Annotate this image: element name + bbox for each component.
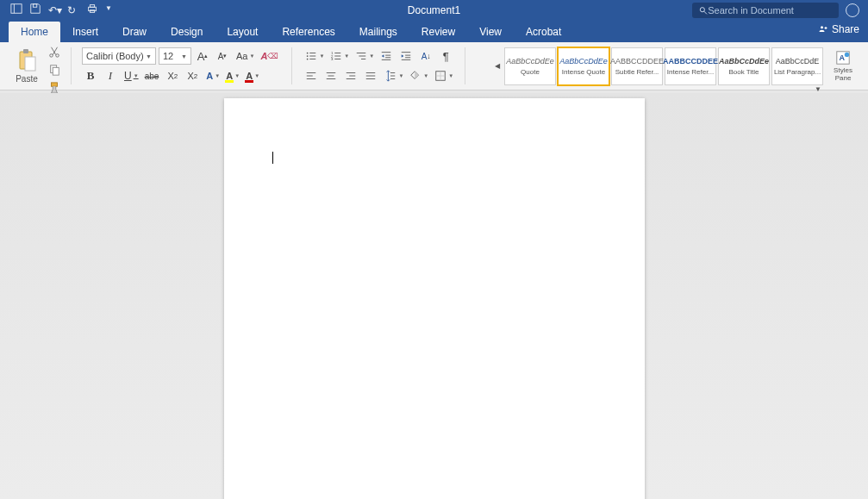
multilevel-list-button[interactable]: ▼ [353, 47, 375, 65]
align-center-button[interactable] [322, 67, 340, 84]
font-color-button[interactable]: A▼ [243, 67, 260, 84]
clipboard-group: Paste [5, 46, 64, 86]
font-group: Calibri (Body)▼ 12▼ A▴ A▾ Aa▼ A⌫ B I U▼ … [78, 46, 284, 86]
svg-point-19 [307, 53, 309, 54]
tab-references[interactable]: References [270, 22, 347, 42]
title-bar: ↶▾ ↻ ▼ Document1 [0, 0, 868, 21]
search-box[interactable] [692, 3, 839, 18]
ribbon: Paste Calibri (Body)▼ 12▼ A▴ A▾ Aa▼ A⌫ B… [0, 42, 868, 90]
text-effects-button[interactable]: A▼ [203, 67, 221, 84]
cut-button[interactable] [48, 46, 60, 59]
print-icon[interactable] [86, 3, 98, 18]
share-icon [818, 24, 828, 34]
svg-point-21 [307, 55, 309, 57]
svg-rect-12 [23, 49, 28, 53]
styles-pane-button[interactable]: A Styles Pane [825, 50, 861, 83]
feedback-icon[interactable] [846, 3, 859, 17]
ribbon-tabs: Home Insert Draw Design Layout Reference… [0, 21, 868, 42]
save-icon[interactable] [29, 3, 41, 18]
text-cursor [272, 152, 273, 164]
svg-rect-17 [53, 67, 59, 75]
highlight-button[interactable]: A▼ [223, 67, 240, 84]
style-book-title[interactable]: AaBbCcDdEe Book Title [718, 47, 770, 85]
redo-icon[interactable]: ↻ [67, 4, 79, 16]
clear-formatting-button[interactable]: A⌫ [258, 47, 281, 65]
decrease-indent-button[interactable] [378, 47, 395, 65]
svg-point-6 [700, 7, 704, 11]
grow-font-button[interactable]: A▴ [194, 47, 211, 65]
tab-layout[interactable]: Layout [215, 22, 270, 42]
share-button[interactable]: Share [818, 23, 859, 35]
font-size-select[interactable]: 12▼ [159, 47, 191, 65]
tab-home[interactable]: Home [9, 22, 60, 42]
underline-button[interactable]: U▼ [122, 67, 140, 84]
svg-point-62 [845, 52, 849, 56]
quick-access-toolbar: ↶▾ ↻ ▼ [0, 3, 117, 18]
tab-draw[interactable]: Draw [110, 22, 159, 42]
svg-text:3: 3 [331, 57, 334, 61]
tab-insert[interactable]: Insert [60, 22, 110, 42]
svg-rect-13 [25, 57, 35, 71]
svg-rect-0 [11, 4, 22, 14]
document-title: Document1 [408, 4, 460, 16]
styles-expand-button[interactable]: ▼ [815, 85, 821, 93]
paragraph-group: ▼ 123▼ ▼ A↓ ¶ ▼ ▼ ▼ [299, 46, 458, 86]
style-intense-quote[interactable]: AaBbCcDdEe Intense Quote [558, 47, 609, 85]
svg-point-8 [821, 26, 823, 28]
svg-rect-18 [52, 83, 58, 86]
paste-label: Paste [16, 74, 38, 84]
sort-button[interactable]: A↓ [417, 47, 434, 65]
svg-rect-4 [90, 5, 94, 8]
tab-view[interactable]: View [467, 22, 514, 42]
style-intense-reference[interactable]: AABBCCDDEE Intense Refer... [665, 47, 716, 85]
shading-button[interactable]: ▼ [407, 67, 429, 84]
page[interactable] [224, 98, 645, 499]
svg-text:A: A [840, 53, 846, 61]
svg-point-23 [307, 59, 309, 60]
undo-icon[interactable]: ↶▾ [48, 4, 60, 16]
tab-design[interactable]: Design [159, 22, 215, 42]
styles-gallery: ◀ AaBbCcDdEe Quote AaBbCcDdEe Intense Qu… [492, 46, 863, 86]
superscript-button[interactable]: X2 [184, 67, 201, 84]
bold-button[interactable]: B [82, 67, 99, 84]
change-case-button[interactable]: Aa▼ [234, 47, 255, 65]
justify-button[interactable] [362, 67, 379, 84]
subscript-button[interactable]: X2 [164, 67, 181, 84]
italic-button[interactable]: I [102, 67, 119, 84]
document-area[interactable] [0, 93, 868, 499]
paste-button[interactable]: Paste [9, 46, 45, 86]
search-icon [699, 6, 708, 16]
tab-acrobat[interactable]: Acrobat [514, 22, 573, 42]
sidebar-toggle-icon[interactable] [10, 3, 22, 18]
svg-point-14 [50, 54, 53, 58]
increase-indent-button[interactable] [397, 47, 415, 65]
line-spacing-button[interactable]: ▼ [382, 67, 404, 84]
shrink-font-button[interactable]: A▾ [214, 47, 231, 65]
strikethrough-button[interactable]: abe [142, 67, 162, 84]
font-name-select[interactable]: Calibri (Body)▼ [82, 47, 156, 65]
search-input[interactable] [708, 5, 832, 16]
bullets-button[interactable]: ▼ [303, 47, 325, 65]
borders-button[interactable]: ▼ [432, 67, 454, 84]
show-marks-button[interactable]: ¶ [437, 47, 454, 65]
numbering-button[interactable]: 123▼ [328, 47, 350, 65]
share-label: Share [832, 23, 859, 35]
svg-point-15 [56, 54, 59, 58]
align-right-button[interactable] [342, 67, 359, 84]
style-list-paragraph[interactable]: AaBbCcDdE List Paragrap... [771, 47, 823, 85]
align-left-button[interactable] [303, 67, 320, 84]
styles-scroll-left[interactable]: ◀ [492, 60, 503, 72]
tab-review[interactable]: Review [409, 22, 467, 42]
copy-button[interactable] [48, 64, 60, 78]
style-subtle-reference[interactable]: AABBCCDDEE Subtle Refer... [611, 47, 663, 85]
svg-rect-2 [33, 4, 36, 8]
tab-mailings[interactable]: Mailings [347, 22, 409, 42]
svg-line-7 [704, 11, 707, 14]
qat-customize-icon[interactable]: ▼ [105, 4, 117, 16]
style-quote[interactable]: AaBbCcDdEe Quote [504, 47, 556, 85]
